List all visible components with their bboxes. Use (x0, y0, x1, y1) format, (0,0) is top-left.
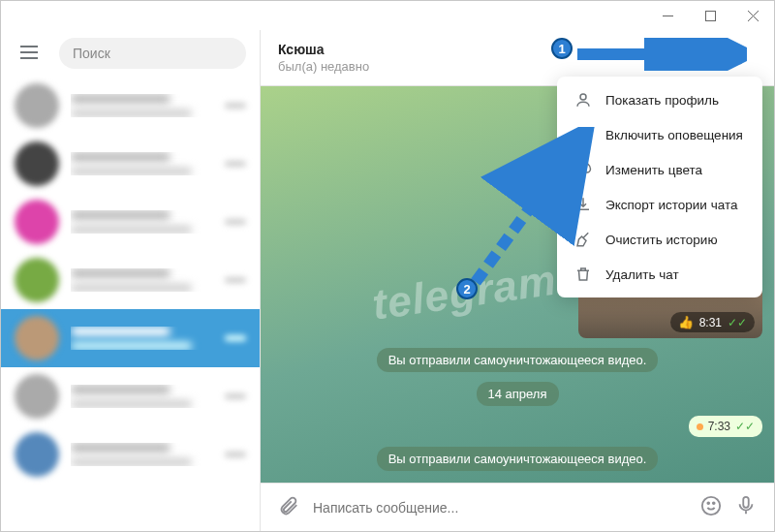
svg-rect-0 (705, 11, 715, 20)
window-titlebar (1, 1, 774, 30)
hamburger-menu-button[interactable] (15, 40, 44, 68)
maximize-button[interactable] (689, 1, 731, 30)
read-checks-icon: ✓✓ (735, 420, 755, 433)
chat-list[interactable] (1, 77, 260, 531)
chat-list-item[interactable] (1, 193, 260, 251)
minimize-button[interactable] (646, 1, 689, 30)
search-input[interactable]: Поиск (59, 38, 246, 69)
chat-list-item[interactable] (1, 251, 260, 309)
message-time: 8:31 (699, 316, 722, 329)
chat-list-item[interactable] (1, 367, 260, 425)
annotation-badge-1: 1 (551, 38, 573, 59)
chat-list-item[interactable] (1, 425, 260, 484)
svg-point-6 (707, 502, 709, 504)
service-message: Вы отправили самоуничтожающееся видео. (377, 348, 659, 372)
read-checks-icon: ✓✓ (728, 316, 747, 329)
svg-point-7 (713, 502, 715, 504)
annotation-arrow-2 (466, 127, 602, 292)
fire-dot-icon (697, 423, 703, 430)
svg-point-5 (702, 497, 720, 515)
svg-rect-8 (743, 497, 749, 508)
smile-icon (700, 495, 722, 516)
menu-show-profile[interactable]: Показать профиль (557, 82, 762, 117)
date-separator: 14 апреля (477, 382, 559, 406)
annotation-arrow-1 (573, 38, 747, 71)
compose-bar (261, 483, 774, 531)
chat-list-item[interactable] (1, 135, 260, 193)
user-icon (574, 91, 592, 109)
chat-list-item-active[interactable] (1, 309, 260, 367)
sidebar: Поиск (1, 30, 261, 531)
close-button[interactable] (731, 1, 774, 30)
reaction-thumb-icon: 👍 (678, 315, 694, 329)
service-message: Вы отправили самоуничтожающееся видео. (377, 447, 659, 471)
svg-point-9 (580, 94, 586, 100)
message-input[interactable] (313, 500, 687, 516)
attach-button[interactable] (278, 495, 299, 519)
outgoing-message[interactable]: 7:33 ✓✓ (689, 416, 762, 437)
message-time: 7:33 (708, 420, 730, 433)
paperclip-icon (278, 495, 299, 516)
chat-list-item[interactable] (1, 77, 260, 135)
emoji-button[interactable] (700, 495, 722, 519)
mic-icon (735, 495, 757, 516)
voice-button[interactable] (735, 495, 757, 519)
annotation-badge-2: 2 (456, 278, 478, 299)
